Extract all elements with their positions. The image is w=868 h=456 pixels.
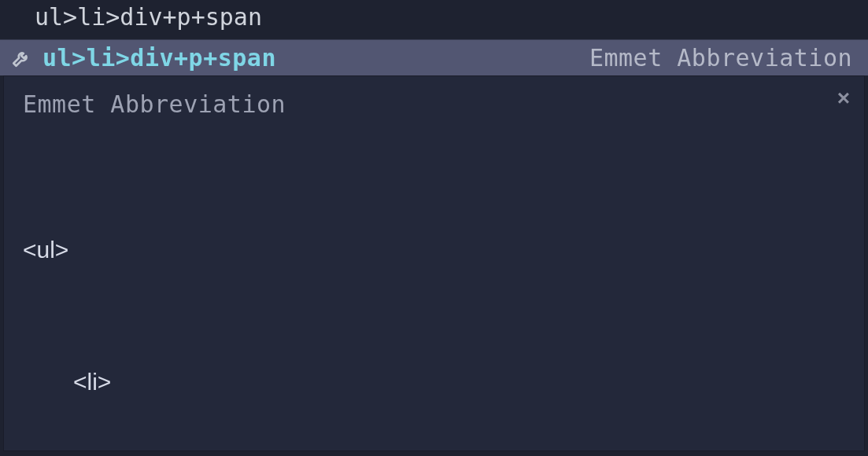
suggestion-detail-panel: × Emmet Abbreviation <ul> <li> <div>|</d… <box>3 75 865 451</box>
autocomplete-suggestion-row[interactable]: ul>li>div+p+span Emmet Abbreviation <box>0 39 868 75</box>
suggestion-type-label: Emmet Abbreviation <box>589 44 852 72</box>
detail-panel-title: Emmet Abbreviation <box>23 90 845 118</box>
suggestion-label: ul>li>div+p+span <box>42 44 276 72</box>
editor-input-line[interactable]: ul>li>div+p+span <box>0 0 868 35</box>
code-line: <li> <box>23 360 845 404</box>
code-line: <ul> <box>23 228 845 272</box>
close-icon: × <box>837 86 850 110</box>
close-button[interactable]: × <box>837 86 850 111</box>
emmet-expansion-preview: <ul> <li> <div>|</div> <p>|</p> <span>|<… <box>23 140 845 456</box>
typed-abbreviation: ul>li>div+p+span <box>35 3 262 31</box>
wrench-icon <box>11 48 31 68</box>
